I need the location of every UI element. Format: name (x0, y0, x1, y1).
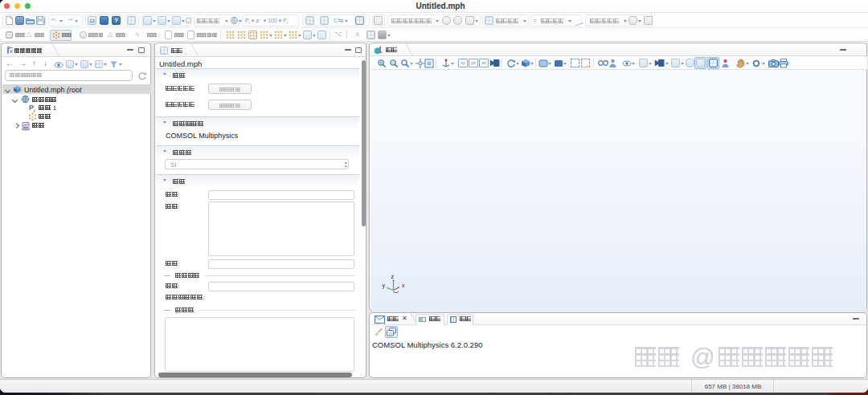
svg-text:x: x (402, 283, 405, 288)
svg-text:z: z (391, 275, 395, 279)
svg-text:y: y (383, 283, 386, 289)
